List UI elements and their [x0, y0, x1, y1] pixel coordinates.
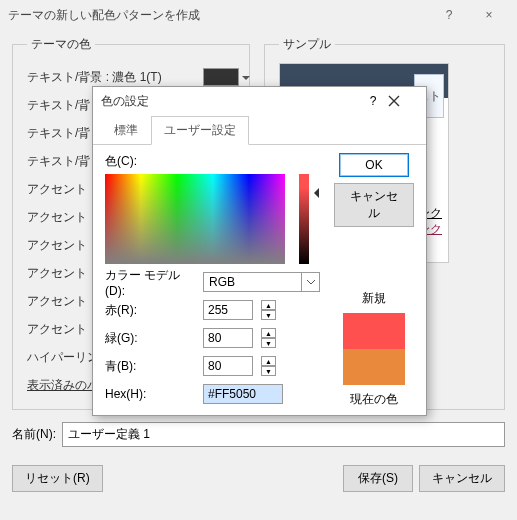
name-label: 名前(N):: [12, 426, 56, 443]
color-row-label: テキスト/背景 : 濃色 1(T): [27, 69, 203, 86]
new-color-swatch: [343, 313, 405, 349]
blue-spinner[interactable]: ▲▼: [261, 356, 276, 376]
color-settings-dialog: 色の設定 ? 標準 ユーザー設定 色(C): カラー モデル(D): RGB: [92, 86, 427, 416]
parent-titlebar: テーマの新しい配色パターンを作成 ? ×: [0, 0, 517, 30]
blue-input[interactable]: 80: [203, 356, 253, 376]
parent-title: テーマの新しい配色パターンを作成: [8, 7, 429, 24]
red-input[interactable]: 255: [203, 300, 253, 320]
red-spinner[interactable]: ▲▼: [261, 300, 276, 320]
hex-label: Hex(H):: [105, 387, 195, 401]
color-gradient-picker[interactable]: [105, 174, 285, 264]
tab-user[interactable]: ユーザー設定: [151, 116, 249, 145]
dialog-close-icon[interactable]: [388, 95, 418, 107]
current-color-swatch: [343, 349, 405, 385]
name-input[interactable]: ユーザー定義 1: [62, 422, 505, 447]
green-input[interactable]: 80: [203, 328, 253, 348]
chevron-down-icon[interactable]: [302, 272, 320, 292]
color-label: 色(C):: [105, 153, 320, 170]
cancel-button[interactable]: キャンセル: [419, 465, 505, 492]
close-icon[interactable]: ×: [469, 0, 509, 30]
tab-standard[interactable]: 標準: [101, 116, 151, 145]
dialog-cancel-button[interactable]: キャンセル: [334, 183, 414, 227]
ok-button[interactable]: OK: [339, 153, 409, 177]
theme-colors-legend: テーマの色: [27, 36, 95, 53]
green-label: 緑(G):: [105, 330, 195, 347]
blue-label: 青(B):: [105, 358, 195, 375]
current-color-label: 現在の色: [350, 391, 398, 408]
green-spinner[interactable]: ▲▼: [261, 328, 276, 348]
help-icon[interactable]: ?: [429, 0, 469, 30]
color-model-select[interactable]: RGB: [203, 272, 320, 292]
color-swatch[interactable]: [203, 68, 239, 86]
red-label: 赤(R):: [105, 302, 195, 319]
reset-button[interactable]: リセット(R): [12, 465, 103, 492]
save-button[interactable]: 保存(S): [343, 465, 413, 492]
luminance-marker-icon[interactable]: [309, 188, 319, 198]
color-model-label: カラー モデル(D):: [105, 267, 195, 298]
new-color-label: 新規: [362, 290, 386, 307]
dialog-title: 色の設定: [101, 93, 358, 110]
color-preview: [343, 313, 405, 385]
hex-input[interactable]: #FF5050: [203, 384, 283, 404]
luminance-strip[interactable]: [299, 174, 309, 264]
sample-legend: サンプル: [279, 36, 335, 53]
dialog-help-icon[interactable]: ?: [358, 94, 388, 108]
